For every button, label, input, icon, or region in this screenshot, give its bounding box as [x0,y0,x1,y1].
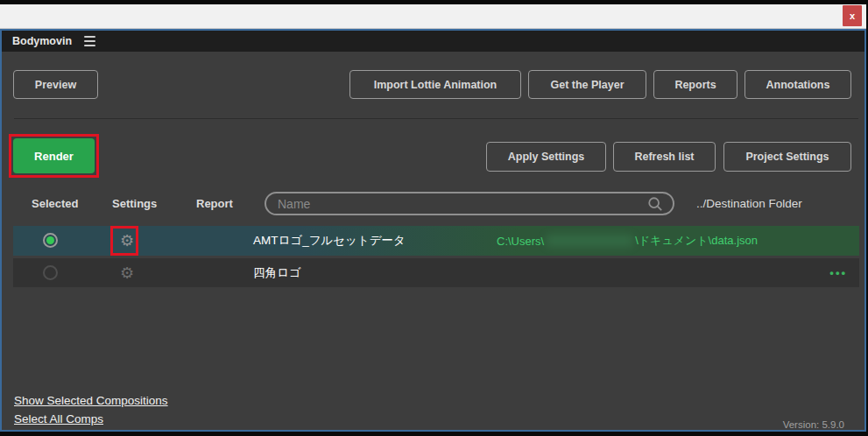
composition-2-settings-gear-icon[interactable]: ⚙ [117,258,137,287]
window-titlebar: x [0,4,866,29]
column-header-settings: Settings [112,197,157,210]
version-label: Version: 5.9.0 [2,419,844,430]
panel-tab-bar: Bodymovin [2,31,864,52]
search-icon [647,196,663,212]
row-menu-ellipsis-icon[interactable]: ••• [829,258,847,287]
close-window-button[interactable]: x [843,5,862,26]
composition-name: 四角ロゴ [253,258,301,287]
composition-1-radio[interactable] [43,233,58,248]
composition-row[interactable]: ⚙ 四角ロゴ ••• [13,258,859,287]
composition-1-settings-gear-icon[interactable]: ⚙ [117,226,137,256]
apply-settings-button[interactable]: Apply Settings [486,142,606,172]
column-header-report: Report [196,197,233,210]
refresh-list-button[interactable]: Refresh list [613,142,716,172]
project-settings-button[interactable]: Project Settings [723,142,851,172]
close-icon: x [850,11,855,21]
destination-path: C:\Users\ \ドキュメント\data.json [497,226,758,256]
toolbar-divider [14,118,858,119]
annotations-button[interactable]: Annotations [745,70,851,99]
destination-path-prefix: C:\Users\ [497,235,544,248]
name-search-input[interactable] [265,192,674,215]
show-selected-compositions-link[interactable]: Show Selected Compositions [14,394,168,407]
column-header-selected: Selected [32,197,78,210]
panel-menu-hamburger-icon[interactable] [84,36,95,46]
get-the-player-button[interactable]: Get the Player [528,70,646,99]
panel-tab-title: Bodymovin [12,35,72,47]
import-lottie-animation-button[interactable]: Import Lottie Animation [349,70,521,99]
column-header-destination-folder: ../Destination Folder [696,197,802,210]
radio-selected-dot [46,236,54,244]
bodymovin-panel: Bodymovin Preview Import Lottie Animatio… [0,29,866,432]
composition-name: AMTロゴ_フルセットデータ [253,226,406,256]
reports-button[interactable]: Reports [653,70,737,99]
bodymovin-extension-window: x Bodymovin Preview Import Lottie Animat… [0,0,868,436]
preview-button[interactable]: Preview [13,70,98,99]
composition-2-radio[interactable] [43,265,58,280]
composition-row-selected[interactable]: ⚙ AMTロゴ_フルセットデータ C:\Users\ \ドキュメント\data.… [13,226,859,256]
render-button[interactable]: Render [13,138,95,173]
destination-path-suffix: \ドキュメント\data.json [635,233,758,249]
redacted-username-blur [546,235,633,247]
